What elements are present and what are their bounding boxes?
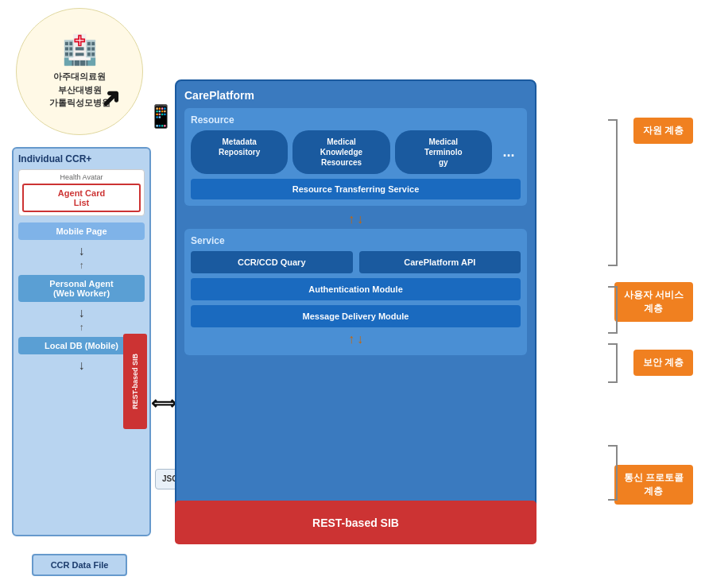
resource-boxes: MetadataRepository MedicalKnowledgeResou… [191, 130, 521, 174]
diagram-container: 🏥 아주대의료원 부산대병원 가톨릭성모병원 📱 ➜ Individual CC… [0, 0, 705, 588]
rest-sib-bar: REST-based SIB [175, 501, 536, 544]
bracket-protocol [608, 445, 618, 501]
health-avatar-title: Health Avatar [22, 173, 141, 181]
right-label-resource: 자원 계층 [633, 118, 693, 144]
individual-ccr-title: Individual CCR+ [18, 153, 145, 164]
bracket-service [608, 286, 618, 334]
service-rest-arrows: ↑ ↓ [191, 332, 521, 346]
up-arrow-icon: ↑ [348, 212, 354, 226]
resource-transfer-box: Resource Transferring Service [191, 179, 521, 199]
bracket-resource [608, 119, 618, 266]
careplatform-title: CarePlatform [184, 89, 527, 102]
resource-layer-label: 자원 계층 [633, 118, 693, 144]
security-layer-label: 보안 계층 [633, 350, 693, 376]
service-row-top: CCR/CCD Quary CarePlatform API [191, 251, 521, 273]
right-label-service: 사용자 서비스계층 [614, 282, 693, 322]
mobile-page-box: Mobile Page [18, 222, 145, 240]
bracket-security [608, 343, 618, 383]
arrow-up-indicator: ↑ [18, 260, 145, 271]
service-section: Service CCR/CCD Quary CarePlatform API A… [184, 229, 527, 355]
up-arrow-2-icon: ↑ [348, 332, 354, 346]
protocol-layer-label: 통신 프로토콜계층 [614, 465, 693, 505]
service-layer-label: 사용자 서비스계층 [614, 282, 693, 322]
hospital-icon: 🏥 [62, 33, 98, 67]
ccr-data-file-box: CCR Data File [32, 554, 127, 576]
more-resources-dots: ... [497, 130, 521, 174]
resource-section-title: Resource [191, 114, 521, 126]
resource-service-arrows: ↑ ↓ [184, 212, 527, 226]
arrow-down-2: ↓ [18, 306, 145, 320]
right-label-security: 보안 계층 [633, 350, 693, 376]
health-avatar-card: Health Avatar Agent CardList [18, 169, 145, 216]
right-label-protocol: 통신 프로토콜계층 [614, 465, 693, 505]
medical-knowledge-box: MedicalKnowledgeResources [292, 130, 389, 174]
resource-section: Resource MetadataRepository MedicalKnowl… [184, 108, 527, 206]
arrow-down-1: ↓ [18, 244, 145, 258]
hospital-circle: 🏥 아주대의료원 부산대병원 가톨릭성모병원 [16, 8, 143, 135]
careplatform-box: CarePlatform Resource MetadataRepository… [175, 79, 536, 524]
personal-agent-box: Personal Agent(Web Worker) [18, 275, 145, 302]
rest-sib-vertical-label: REST-based SIB [123, 334, 147, 429]
mobile-phone-icon: 📱 [147, 103, 175, 130]
medical-terminology-box: MedicalTerminology [395, 130, 492, 174]
down-arrow-icon: ↓ [357, 212, 363, 226]
agent-card-list: Agent CardList [22, 184, 141, 212]
arrow-up-2: ↑ [18, 322, 145, 333]
down-arrow-2-icon: ↓ [357, 332, 363, 346]
msg-delivery-box: Message Delivery Module [191, 305, 521, 327]
bidir-arrow-left: ⟺ [151, 393, 176, 414]
metadata-repository-box: MetadataRepository [191, 130, 288, 174]
ccr-ccd-box: CCR/CCD Quary [191, 251, 353, 273]
auth-module-box: Authentication Module [191, 278, 521, 300]
service-section-title: Service [191, 235, 521, 246]
careplatform-api-box: CarePlatform API [359, 251, 521, 273]
